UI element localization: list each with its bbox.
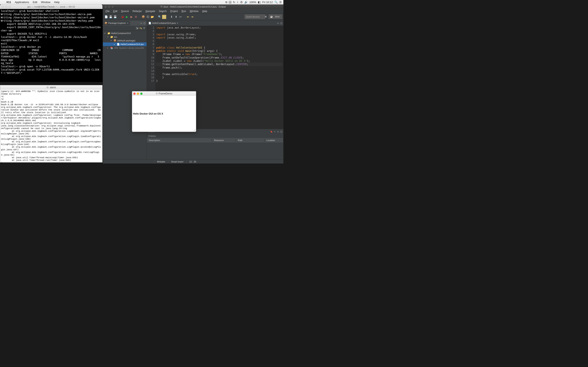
editor-area: 📄 HelloContainerGUI.java ✕ ▭ ▢ 123456789… [147, 20, 283, 159]
menu-run[interactable]: Run [180, 9, 187, 13]
editor-tab[interactable]: 📄 HelloContainerGUI.java ✕ [147, 21, 180, 25]
xterm-titlebar[interactable]: ⓧ xterm [0, 85, 102, 90]
minimize-icon[interactable] [108, 6, 110, 8]
x11-icon: ⓧ [160, 5, 163, 8]
minimize-view-icon[interactable]: ▭ [140, 22, 143, 25]
collapse-all-icon[interactable]: ⇲ [136, 26, 138, 30]
eclipse-window[interactable]: ⓧ Java - HelloContainerGUI/src/HelloCont… [103, 4, 283, 164]
framedemo-titlebar[interactable]: ⓧFrameDemo [132, 91, 196, 96]
minimize-icon[interactable] [5, 6, 7, 8]
src-node[interactable]: src [114, 36, 117, 38]
new-icon[interactable]: 📄 [104, 15, 108, 19]
menu-window[interactable]: Window [39, 1, 52, 4]
col-path[interactable]: Path [236, 138, 264, 142]
java-perspective[interactable]: ☕ Java [269, 15, 282, 19]
link-editor-icon[interactable]: ⇆ [139, 26, 142, 30]
package-icon: 📦 [113, 39, 116, 42]
terminal-window[interactable]: gru — root@32f0ac73eaeb: / — socat — 65×… [0, 4, 103, 82]
menu-edit[interactable]: Edit [112, 9, 119, 13]
minimize-icon[interactable] [137, 92, 139, 95]
back-icon[interactable]: ⬅ [186, 15, 190, 19]
menu-source[interactable]: Source [120, 9, 130, 13]
wifi-icon[interactable]: ⦿ [240, 1, 243, 4]
clock[interactable]: Fri 10:12 [262, 1, 273, 4]
maximize-view-icon[interactable]: ▢ [143, 22, 146, 25]
maximize-view-icon[interactable]: ▢ [280, 22, 283, 25]
close-icon[interactable] [2, 6, 4, 8]
project-node[interactable]: HelloContainerGUI [111, 32, 131, 34]
bluetooth-icon[interactable]: ᚼ [237, 1, 238, 4]
java-file-node[interactable]: HelloContainerGUI.jav [121, 43, 144, 45]
view-menu-icon[interactable]: ▿ [273, 130, 276, 133]
terminal-output[interactable]: localhost:~ gru$ boot2docker shellinit W… [0, 9, 103, 75]
next-annotation-icon[interactable]: ⬇ [169, 15, 173, 19]
menu-help[interactable]: Help [52, 1, 61, 4]
search-icon[interactable]: 🔍 [158, 15, 162, 19]
framedemo-label: Hello Docker GUI on OS X [132, 112, 163, 115]
package-tree[interactable]: ▾📁HelloContainerGUI ▾📁src ▾📦(default pac… [103, 31, 147, 50]
spotlight-icon[interactable]: 🔍 [274, 1, 278, 4]
prev-annotation-icon[interactable]: ⬆ [174, 15, 178, 19]
menu-applications[interactable]: Applications [13, 1, 31, 4]
problems-columns: Description Resource Path Location [147, 138, 283, 142]
menu-search[interactable]: Search [157, 9, 168, 13]
framedemo-window[interactable]: ⓧFrameDemo Hello Docker GUI on OS X [132, 91, 196, 132]
menu-project[interactable]: Project [169, 9, 179, 13]
menu-window[interactable]: Window [188, 9, 200, 13]
menu-help[interactable]: Help [201, 9, 209, 13]
package-explorer-tab[interactable]: 📦 Package Explorer ✕ [103, 21, 130, 25]
eclipse-titlebar[interactable]: ⓧ Java - HelloContainerGUI/src/HelloCont… [103, 4, 283, 9]
app-menu[interactable]: X11 [4, 1, 13, 4]
zoom-icon[interactable] [112, 6, 114, 8]
resize-handle-icon[interactable] [193, 129, 196, 131]
volume-icon[interactable]: 🔊 [244, 1, 248, 4]
notification-icon[interactable]: ☰ [279, 1, 282, 4]
filter-icon[interactable]: 🔖 [270, 130, 273, 133]
col-location[interactable]: Location [264, 138, 283, 142]
battery-icon[interactable]: ▮▯ [258, 1, 261, 4]
default-package-node[interactable]: (default package) [117, 39, 135, 42]
menu-navigate[interactable]: Navigate [144, 9, 156, 13]
menu-refactor[interactable]: Refactor [131, 9, 143, 13]
quick-access-input[interactable]: Quick Access [245, 15, 265, 19]
minimize-view-icon[interactable]: ▭ [277, 130, 279, 133]
new-package-icon[interactable]: 📦 [141, 15, 145, 19]
col-description[interactable]: Description [147, 138, 212, 142]
col-resource[interactable]: Resource [212, 138, 236, 142]
open-perspective-icon[interactable]: ⊞ [264, 15, 268, 18]
framedemo-content: Hello Docker GUI on OS X [132, 96, 196, 132]
xterm-title: xterm [50, 86, 56, 89]
run-icon[interactable]: ▶ [125, 15, 129, 19]
toggle-mark-icon[interactable]: ✎ [162, 15, 166, 19]
zoom-icon[interactable] [140, 92, 143, 95]
dropbox-icon[interactable]: ⧉ [225, 1, 227, 4]
menu-file[interactable]: File [104, 9, 111, 13]
open-type-icon[interactable]: 📂 [150, 15, 154, 19]
xterm-window[interactable]: ⓧ xterm (geary:1): Gtk-WARNING **: Symbo… [0, 85, 103, 162]
last-edit-icon[interactable]: ↩ [178, 15, 182, 19]
xterm-output[interactable]: (geary:1): Gtk-WARNING **: Symbolic icon… [0, 90, 102, 165]
view-menu-icon[interactable]: ▿ [143, 26, 145, 30]
jre-node[interactable]: JRE System Library [JavaSE [114, 47, 144, 49]
debug-icon[interactable]: 🐞 [121, 15, 125, 19]
minimize-view-icon[interactable]: ▭ [277, 22, 279, 25]
new-class-icon[interactable]: Ⓒ [146, 15, 150, 19]
close-icon[interactable] [133, 92, 136, 95]
close-icon[interactable] [104, 6, 107, 8]
run-last-icon[interactable]: ▶ [130, 15, 134, 19]
maximize-view-icon[interactable]: ▢ [280, 130, 283, 133]
timemachine-icon[interactable]: ↻ [233, 1, 235, 4]
terminal-title: gru — root@32f0ac73eaeb: / — socat — 65×… [0, 6, 103, 8]
zoom-icon[interactable] [9, 6, 11, 8]
adobe-icon[interactable]: A [229, 1, 232, 3]
close-icon[interactable]: ✕ [127, 22, 129, 24]
problems-count: 0 items [147, 134, 283, 138]
eclipse-statusbar: Writable Smart Insert 12 : 33 [103, 159, 283, 164]
save-icon[interactable]: 💾 [109, 15, 113, 19]
forward-icon[interactable]: ➡ [190, 15, 194, 19]
terminal-titlebar[interactable]: gru — root@32f0ac73eaeb: / — socat — 65×… [0, 4, 103, 9]
saveall-icon[interactable]: 💾 [113, 15, 117, 19]
external-icon[interactable]: ⚙ [134, 15, 138, 19]
close-icon[interactable]: ✕ [177, 22, 178, 24]
menu-edit[interactable]: Edit [31, 1, 39, 4]
